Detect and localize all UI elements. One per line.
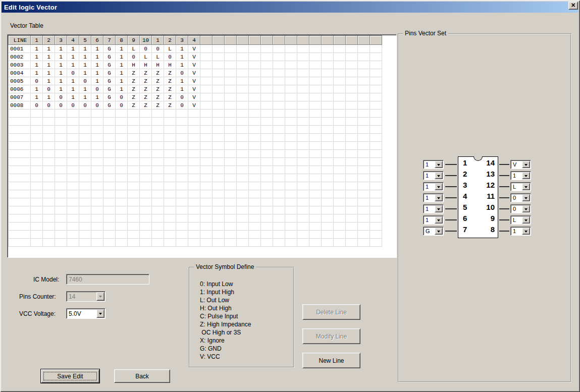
grid-cell[interactable] [285,174,297,182]
grid-cell[interactable]: G [103,85,116,93]
grid-cell[interactable] [116,206,128,214]
grid-cell[interactable] [200,182,213,190]
save-edit-button[interactable]: Save Edit [41,369,99,383]
grid-cell[interactable] [249,150,261,158]
grid-cell[interactable] [213,93,225,101]
grid-cell[interactable] [164,134,176,142]
grid-cell[interactable] [370,158,382,166]
grid-cell[interactable] [188,174,200,182]
grid-cell[interactable] [140,134,152,142]
grid-cell[interactable] [249,53,261,61]
grid-cell[interactable]: 0 [43,85,55,93]
grid-cell[interactable] [91,190,103,198]
grid-cell[interactable]: 1 [79,85,91,93]
grid-cell[interactable] [128,158,140,166]
grid-cell[interactable] [334,101,346,109]
grid-cell[interactable]: Z [152,101,164,109]
grid-cell[interactable] [67,222,79,231]
grid-cell[interactable] [91,222,103,231]
grid-cell[interactable] [152,174,164,182]
grid-cell[interactable] [346,166,358,174]
grid-cell[interactable] [237,85,249,93]
grid-cell[interactable] [297,150,309,158]
grid-cell[interactable] [358,190,370,198]
grid-cell[interactable] [200,142,213,150]
grid-cell[interactable] [67,174,79,182]
grid-cell[interactable] [309,206,322,214]
grid-cell[interactable] [55,158,67,166]
grid-cell[interactable] [67,182,79,190]
grid-cell[interactable] [297,142,309,150]
grid-cell[interactable] [140,142,152,150]
grid-cell[interactable] [91,214,103,222]
grid-cell[interactable] [273,53,285,61]
grid-cell[interactable] [188,239,200,247]
grid-cell[interactable]: Z [128,69,140,77]
grid-cell[interactable]: 1 [116,53,128,61]
grid-cell[interactable] [285,190,297,198]
grid-cell[interactable] [213,150,225,158]
grid-cell[interactable]: 0 [79,77,91,85]
grid-row[interactable] [9,190,382,198]
grid-cell[interactable] [103,206,116,214]
grid-cell[interactable] [285,93,297,101]
grid-cell[interactable] [261,101,273,109]
grid-cell[interactable] [128,142,140,150]
grid-cell[interactable] [225,182,237,190]
grid-cell[interactable] [55,198,67,206]
grid-cell[interactable] [79,118,91,126]
grid-cell[interactable] [140,158,152,166]
grid-cell[interactable] [67,109,79,118]
grid-cell[interactable] [200,222,213,231]
grid-cell[interactable] [358,231,370,239]
pin-6-state-select[interactable]: 1 [423,215,444,225]
grid-cell[interactable] [261,134,273,142]
chevron-down-icon[interactable] [435,205,443,212]
grid-cell[interactable] [79,190,91,198]
grid-cell[interactable] [273,45,285,53]
grid-cell[interactable]: V [188,85,200,93]
grid-cell[interactable] [322,77,334,85]
grid-cell[interactable]: 1 [79,61,91,69]
pin-14-state-select[interactable]: V [510,160,531,169]
grid-cell[interactable] [346,109,358,118]
grid-cell[interactable] [116,126,128,134]
grid-cell[interactable] [249,85,261,93]
grid-cell[interactable] [31,174,43,182]
grid-cell[interactable] [285,142,297,150]
grid-cell[interactable] [273,198,285,206]
grid-cell[interactable]: 1 [91,69,103,77]
grid-cell[interactable] [273,85,285,93]
grid-cell[interactable] [346,134,358,142]
grid-cell[interactable] [225,239,237,247]
grid-cell[interactable] [103,214,116,222]
grid-cell[interactable] [346,142,358,150]
grid-cell[interactable] [334,174,346,182]
grid-cell[interactable] [237,77,249,85]
grid-cell[interactable] [249,239,261,247]
grid-cell[interactable] [103,239,116,247]
grid-cell[interactable] [213,174,225,182]
grid-cell[interactable] [237,166,249,174]
grid-cell[interactable] [91,231,103,239]
grid-cell[interactable] [225,174,237,182]
grid-cell[interactable] [297,101,309,109]
grid-cell[interactable] [261,69,273,77]
grid-cell[interactable]: Z [152,85,164,93]
grid-cell[interactable] [31,222,43,231]
grid-cell[interactable]: 1 [67,61,79,69]
grid-cell[interactable] [79,239,91,247]
grid-cell[interactable] [309,190,322,198]
grid-row[interactable] [9,214,382,222]
grid-cell[interactable] [79,231,91,239]
grid-cell[interactable] [237,174,249,182]
grid-cell[interactable] [261,231,273,239]
grid-cell[interactable] [79,166,91,174]
grid-cell[interactable]: 0 [31,101,43,109]
grid-cell[interactable] [273,109,285,118]
grid-cell[interactable] [273,231,285,239]
grid-cell[interactable] [261,53,273,61]
grid-cell[interactable] [358,182,370,190]
grid-cell[interactable] [261,109,273,118]
grid-row[interactable]: 0006101110G1ZZZZ1V [9,85,382,93]
